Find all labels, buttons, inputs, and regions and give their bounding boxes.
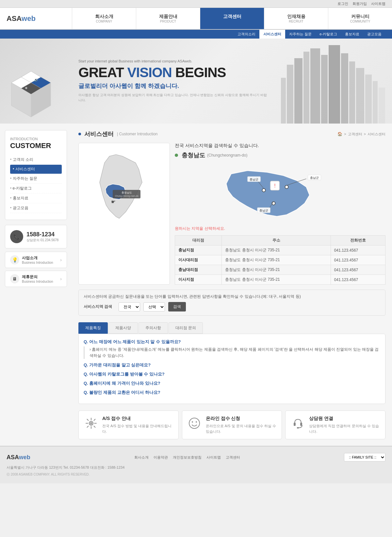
row3-address: 충청남도 충청시 이사군 735-21 bbox=[222, 275, 331, 285]
headset-icon bbox=[290, 416, 305, 430]
content-area: 서비스센터 | Customer Introduction 🏠 > 고객센터 >… bbox=[72, 124, 392, 446]
sidebar-menu-item-5[interactable]: 광고모음 bbox=[10, 203, 62, 213]
sidebar-menu-item-4[interactable]: 홍보자료 bbox=[10, 193, 62, 203]
faq-tab-0[interactable]: 제품특징 bbox=[78, 322, 108, 334]
sidebar-menu-item-2[interactable]: 자주하는 질문 bbox=[10, 174, 62, 184]
search-region-text: 전국 서비스지역을 검색하실 수 있습니다. bbox=[175, 143, 385, 149]
table-header-address: 주소 bbox=[222, 236, 331, 245]
footer-link-terms[interactable]: 이용약관 bbox=[154, 455, 168, 460]
nav-community[interactable]: 커뮤니티 COMMUNITY bbox=[328, 8, 392, 29]
region-select-1[interactable]: 전국 bbox=[119, 302, 140, 311]
family-site-select[interactable]: :: FAMILY SITE :: bbox=[344, 453, 385, 461]
region-name-en: (Chungcheongnam-do) bbox=[207, 153, 247, 158]
row0-address: 충청남도 충청시 이사군 735-21 bbox=[222, 245, 331, 255]
row1-phone: 041.123.4567 bbox=[331, 255, 385, 265]
svg-text:🔊: 🔊 bbox=[34, 78, 38, 82]
search-controls: 서비스지역 검색 전국 선택 검색 bbox=[84, 302, 380, 311]
footer-link-privacy[interactable]: 개인정보보호방침 bbox=[173, 455, 202, 460]
counselor-title: 상담원 연결 bbox=[309, 416, 380, 422]
biz-intro-sub: Business Introduction bbox=[22, 261, 53, 264]
login-link[interactable]: 로그인 bbox=[337, 2, 348, 6]
nav-customer[interactable]: 고객센터 bbox=[200, 8, 264, 29]
footer-link-customer[interactable]: 고객센터 bbox=[226, 455, 240, 460]
online-title: 온라인 접수 신청 bbox=[206, 416, 277, 422]
phone-icon: 📞 bbox=[10, 230, 23, 243]
biz-intro-title: 사업소개 bbox=[22, 255, 53, 261]
korea-map-svg: 충청남도 Chung-cheong-nam-do ☛ bbox=[82, 146, 166, 238]
svg-rect-23 bbox=[379, 88, 385, 124]
faq-q-1[interactable]: Q. 가까운 대리점을 알고 싶은데요? bbox=[84, 362, 380, 368]
sidebar-intro: INTRODUCTION bbox=[10, 137, 62, 141]
bottom-box-counselor[interactable]: 상담원 연결 상담원에게 직접 연결하여 문의하실 수 있습니다. bbox=[285, 411, 385, 439]
faq-item-0: Q. 어느 매장에 어느 제품이 있는지 알 수 있을까요? › 홈페이지 메뉴… bbox=[84, 339, 380, 359]
footer-copyright: ⓒ 2008 ASAWEB COMPANY. ALL RIGHTS RESERV… bbox=[7, 472, 385, 477]
svg-rect-20 bbox=[356, 68, 364, 124]
bottom-box-as[interactable]: A/S 접수 안내 전국 A/S 접수 방법 및 내용을 안내해드립니다. bbox=[78, 411, 179, 439]
partnership-btn[interactable]: 🖥 제휴문의 Business Introduction › bbox=[5, 271, 67, 287]
faq-q-4[interactable]: Q. 불량인 제품의 교환은 어디서 하나요? bbox=[84, 390, 380, 395]
subnav-ecatalog[interactable]: e-카탈로그 bbox=[316, 30, 341, 39]
row3-name: 이사지점 bbox=[175, 275, 222, 285]
sidebar-menu: 고객의 소리 서비스센터 자주하는 질문 e-카탈로그 홍보자료 광고모음 bbox=[10, 155, 62, 213]
business-intro-btn[interactable]: 💡 사업소개 Business Introduction › bbox=[5, 252, 67, 268]
faq-item-1: Q. 가까운 대리점을 알고 싶은데요? bbox=[84, 362, 380, 368]
subnav-ad[interactable]: 광고모음 bbox=[363, 30, 385, 39]
faq-q-3[interactable]: Q. 홈페이지에 왜 가격이 안나와 있나요? bbox=[84, 380, 380, 386]
search-button[interactable]: 검색 bbox=[168, 302, 186, 311]
svg-point-43 bbox=[90, 422, 92, 425]
monitor-icon: 🖥 bbox=[10, 274, 19, 283]
bottom-box-online[interactable]: 온라인 접수 신청 온라인으로 A/S 및 문의 내용을 접수 하실 수 있습니… bbox=[182, 411, 282, 439]
logo: ASAweb bbox=[7, 14, 65, 23]
select-region-prompt: 원하시는 지역을 선택하세요. bbox=[175, 226, 385, 231]
faq-tab-1[interactable]: 제품사양 bbox=[108, 322, 138, 334]
svg-rect-14 bbox=[303, 52, 309, 124]
logo-area: ASAweb bbox=[0, 9, 72, 28]
sidebar-menu-item-3[interactable]: e-카탈로그 bbox=[10, 184, 62, 193]
footer-link-sitemap[interactable]: 사이트맵 bbox=[206, 455, 221, 460]
online-desc: 온라인으로 A/S 및 문의 내용을 접수 하실 수 있습니다. bbox=[206, 423, 277, 434]
faq-tab-2[interactable]: 주의사항 bbox=[139, 322, 168, 334]
green-dot bbox=[175, 154, 178, 157]
footer-link-company[interactable]: 회사소개 bbox=[134, 455, 149, 460]
faq-q-2[interactable]: Q. 아사웹의 카탈로그를 받아볼 수 있나요? bbox=[84, 371, 380, 377]
footer-top: ASAweb 회사소개 이용약관 개인정보보호방침 사이트맵 고객센터 :: F… bbox=[7, 453, 385, 461]
footer: ASAweb 회사소개 이용약관 개인정보보호방침 사이트맵 고객센터 :: F… bbox=[0, 446, 392, 483]
hero-banner: 🔊 ❄ Start your internet global Business … bbox=[0, 39, 392, 124]
nav-company[interactable]: 회사소개 COMPANY bbox=[72, 8, 136, 29]
svg-rect-11 bbox=[281, 78, 286, 124]
bottom-box-counselor-text: 상담원 연결 상담원에게 직접 연결하여 문의하실 수 있습니다. bbox=[309, 416, 380, 434]
subnav-customer-voice[interactable]: 고객의소리 bbox=[234, 30, 259, 39]
breadcrumb-customer: 고객센터 bbox=[348, 132, 362, 137]
svg-rect-15 bbox=[310, 48, 320, 124]
sitemap-link[interactable]: 사이트맵 bbox=[371, 2, 385, 6]
hero-title-vision: VISION bbox=[127, 65, 172, 80]
faq-q-0[interactable]: Q. 어느 매장에 어느 제품이 있는지 알 수 있을까요? bbox=[84, 339, 380, 345]
sidebar-menu-item-1[interactable]: 서비스센터 bbox=[10, 165, 62, 174]
nav-product[interactable]: 제품안내 PRODUCT bbox=[136, 8, 200, 29]
svg-rect-21 bbox=[365, 75, 372, 124]
register-link[interactable]: 회원가입 bbox=[352, 2, 367, 6]
svg-point-29 bbox=[285, 185, 288, 189]
bottom-boxes: A/S 접수 안내 전국 A/S 접수 방법 및 내용을 안내해드립니다. 온라… bbox=[78, 411, 385, 439]
subnav-service-center[interactable]: 서비스센터 bbox=[259, 30, 285, 39]
svg-text:❄: ❄ bbox=[25, 86, 27, 90]
gear-icon bbox=[84, 416, 98, 430]
nav-recruit[interactable]: 인재채용 RECRUIT bbox=[264, 8, 328, 29]
sidebar-phone: 📞 1588-1234 상담문의 01.234.5678 bbox=[5, 225, 67, 248]
page-subtitle: | Customer Introduction bbox=[117, 132, 158, 136]
svg-text:충남군: 충남군 bbox=[310, 176, 319, 179]
page-title-area: 서비스센터 | Customer Introduction bbox=[78, 130, 158, 138]
search-info-text: 서비스센터에 궁금하신 질문내용을 또는 단어를 입력하시면, 관련된 답변사항… bbox=[84, 294, 380, 299]
subnav-pr[interactable]: 홍보자료 bbox=[341, 30, 363, 39]
row2-name: 충남대리점 bbox=[175, 265, 222, 275]
svg-text:충남군: 충남군 bbox=[259, 209, 268, 212]
hero-subtitle: 글로벌리더 아사웹이 함께 하겠습니다. bbox=[78, 82, 268, 90]
sidebar-menu-box: INTRODUCTION CUSTOMER 고객의 소리 서비스센터 자주하는 … bbox=[5, 130, 67, 220]
faq-tabs: 제품특징 제품사양 주의사항 대리점 문의 bbox=[78, 322, 385, 334]
svg-text:충청남도: 충청남도 bbox=[122, 191, 132, 194]
faq-tab-3[interactable]: 대리점 문의 bbox=[169, 322, 203, 334]
subnav-faq[interactable]: 자주하는 질문 bbox=[285, 30, 316, 39]
sidebar-menu-item-0[interactable]: 고객의 소리 bbox=[10, 155, 62, 165]
region-select-2[interactable]: 선택 bbox=[143, 302, 165, 311]
table-header-name: 대리점 bbox=[175, 236, 222, 245]
